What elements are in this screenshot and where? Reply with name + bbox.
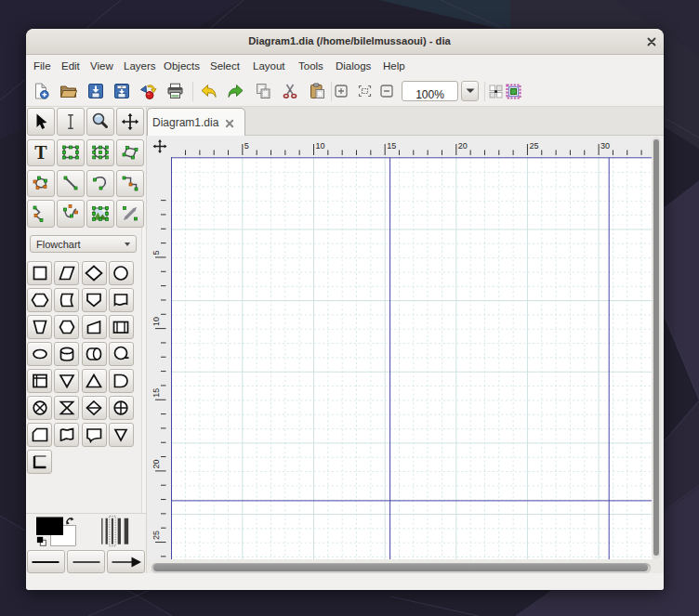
svg-text:15: 15 <box>152 388 161 398</box>
svg-text:T: T <box>34 142 47 163</box>
svg-text:20: 20 <box>458 141 468 151</box>
svg-text:25: 25 <box>152 531 161 540</box>
svg-text:20: 20 <box>152 459 161 468</box>
svg-text:15: 15 <box>387 141 396 151</box>
svg-text:10: 10 <box>316 141 325 151</box>
svg-text:5: 5 <box>152 250 161 255</box>
svg-text:10: 10 <box>152 317 161 326</box>
svg-text:25: 25 <box>529 141 538 151</box>
svg-text:30: 30 <box>600 141 610 151</box>
svg-text:5: 5 <box>244 141 249 151</box>
